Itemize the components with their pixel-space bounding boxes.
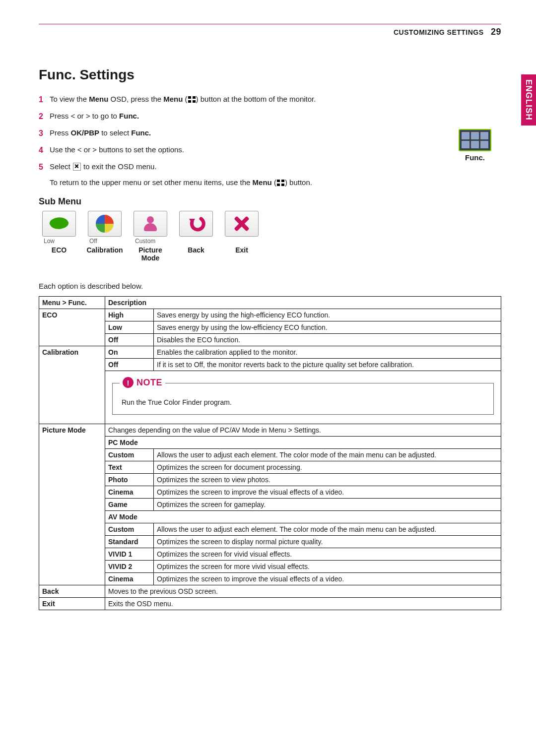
av-custom-desc: Allows the user to adjust each element. … — [154, 523, 501, 536]
sub-menu-heading: Sub Menu — [39, 196, 501, 207]
person-icon — [143, 216, 158, 231]
calibration-state: Off — [85, 238, 125, 245]
av-mode-header: AV Mode — [108, 513, 137, 521]
cal-off-desc: If it is set to Off, the monitor reverts… — [154, 359, 501, 371]
sub-item-exit: Exit — [221, 211, 262, 262]
eco-low-desc: Saves energy by using the low-efficiency… — [154, 321, 501, 334]
note-body: Run the True Color Finder program. — [122, 398, 484, 406]
steps-list: 1 To view the Menu OSD, press the Menu (… — [39, 94, 371, 173]
av-vivid2: VIVID 2 — [108, 563, 132, 570]
av-vivid1: VIVID 1 — [108, 550, 132, 558]
note-box: ! NOTE Run the True Color Finder program… — [112, 383, 494, 415]
note-badge-icon: ! — [123, 377, 134, 388]
pc-game-desc: Optimizes the screen for gameplay. — [154, 499, 501, 511]
row-picture-mode: Picture Mode — [42, 426, 86, 434]
row-exit: Exit — [42, 600, 55, 608]
calibration-label: Calibration — [84, 246, 125, 254]
av-vivid1-desc: Optimizes the screen for vivid visual ef… — [154, 548, 501, 561]
sub-item-back: Back — [176, 211, 216, 262]
exit-label: Exit — [221, 246, 262, 254]
picture-mode-state: Custom — [131, 238, 171, 245]
close-icon — [73, 163, 81, 171]
pc-mode-header: PC Mode — [108, 439, 138, 446]
menu-icon — [277, 180, 284, 186]
pc-custom-desc: Allows the user to adjust each element. … — [154, 449, 501, 461]
cal-on-desc: Enables the calibration applied to the m… — [154, 346, 501, 359]
cal-off: Off — [108, 361, 118, 369]
leaf-icon — [48, 214, 70, 233]
av-standard-desc: Optimizes the screen to display normal p… — [154, 536, 501, 548]
row-back: Back — [42, 587, 59, 595]
row-calibration: Calibration — [42, 348, 78, 356]
language-tab: ENGLISH — [521, 74, 536, 126]
func-thumbnail: Func. — [459, 129, 491, 162]
menu-icon — [188, 96, 196, 103]
av-custom: Custom — [108, 525, 134, 533]
step-5: Select to exit the OSD menu. — [50, 161, 371, 173]
step-2: Press < or > to go to Func. — [50, 111, 371, 123]
return-line: To return to the upper menu or set other… — [50, 178, 501, 187]
sub-item-eco: Low ECO — [39, 211, 79, 262]
row-eco: ECO — [42, 311, 57, 319]
eco-off-desc: Disables the ECO function. — [154, 334, 501, 346]
step-3: Press OK/PBP to select Func. — [50, 127, 371, 139]
exit-desc: Exits the OSD menu. — [105, 598, 501, 610]
picture-mode-intro: Changes depending on the value of PC/AV … — [105, 424, 501, 437]
av-cinema: Cinema — [108, 575, 134, 583]
av-standard: Standard — [108, 538, 138, 546]
color-wheel-icon — [96, 215, 114, 233]
note-label: NOTE — [136, 378, 162, 388]
eco-low: Low — [108, 323, 122, 331]
options-table: Menu > Func. Description ECO High Saves … — [39, 296, 501, 610]
pc-text-desc: Optimizes the screen for document proces… — [154, 461, 501, 474]
pc-text: Text — [108, 463, 122, 471]
pc-photo: Photo — [108, 476, 128, 484]
page-number: 29 — [491, 27, 501, 37]
back-desc: Moves to the previous OSD screen. — [105, 585, 501, 598]
pc-game: Game — [108, 501, 128, 508]
step-4: Use the < or > buttons to set the option… — [50, 144, 371, 156]
pc-custom: Custom — [108, 451, 134, 459]
exit-icon — [233, 215, 251, 233]
sub-menu-row: Low ECO Off Calibration Custom PictureMo… — [39, 211, 501, 262]
eco-state: Low — [40, 238, 79, 245]
sub-item-picture-mode: Custom PictureMode — [130, 211, 171, 262]
eco-off: Off — [108, 336, 118, 344]
picture-mode-label: PictureMode — [130, 246, 171, 262]
sub-item-calibration: Off Calibration — [84, 211, 125, 262]
av-cinema-desc: Optimizes the screen to improve the visu… — [154, 573, 501, 585]
pc-cinema-desc: Optimizes the screen to improve the visu… — [154, 486, 501, 499]
step-1: To view the Menu OSD, press the Menu () … — [50, 94, 371, 106]
page-title: Func. Settings — [39, 67, 501, 83]
eco-high: High — [108, 311, 124, 319]
pc-photo-desc: Optimizes the screen to view photos. — [154, 474, 501, 486]
back-label: Back — [176, 246, 216, 254]
pc-cinema: Cinema — [108, 488, 134, 496]
running-header: CUSTOMIZING SETTINGS 29 — [39, 27, 501, 37]
cal-on: On — [108, 348, 118, 356]
av-vivid2-desc: Optimizes the screen for more vivid visu… — [154, 561, 501, 573]
back-arrow-icon — [186, 215, 206, 233]
func-thumb-icon — [459, 129, 491, 151]
header-section: CUSTOMIZING SETTINGS — [394, 28, 484, 36]
description-intro: Each option is described below. — [39, 282, 501, 290]
eco-label: ECO — [39, 246, 79, 254]
th-menu: Menu > Func. — [39, 297, 105, 309]
eco-high-desc: Saves energy by using the high-efficienc… — [154, 309, 501, 321]
th-description: Description — [105, 297, 501, 309]
func-label: Func. — [459, 153, 491, 162]
